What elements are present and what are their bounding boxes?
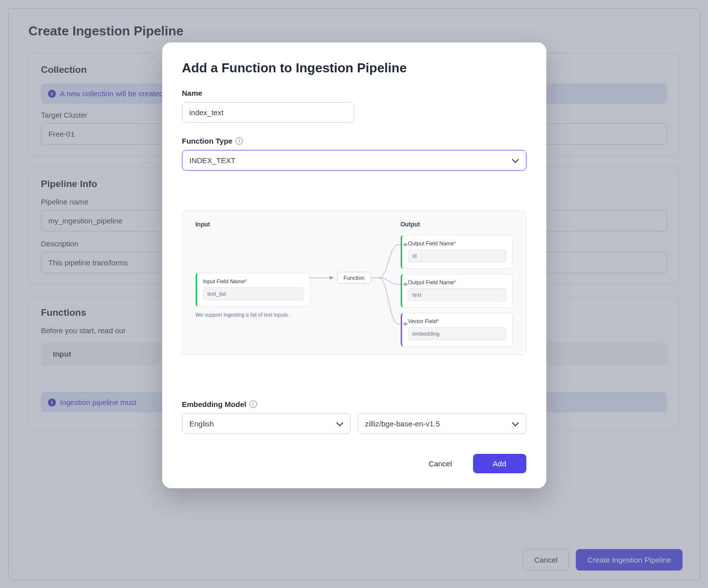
output-field-id[interactable]: id: [408, 249, 506, 262]
input-field-value[interactable]: text_list: [203, 287, 304, 300]
modal-cancel-button[interactable]: Cancel: [415, 454, 466, 473]
diagram-input-heading: Input: [196, 221, 310, 228]
input-field-card: Input Field Name* text_list: [196, 273, 310, 307]
vector-field-value[interactable]: embedding: [408, 327, 506, 340]
vector-field-card: Vector Field* embedding: [401, 313, 513, 347]
chevron-down-icon: [512, 420, 519, 427]
output-field-text-card: Output Field Name* text: [401, 274, 513, 308]
function-name-label: Name: [182, 89, 526, 97]
chevron-down-icon: [512, 157, 519, 164]
diagram-output-column: Output Output Field Name* id Output Fiel…: [401, 221, 513, 343]
embedding-language-select[interactable]: English: [182, 413, 351, 434]
modal-overlay: Add a Function to Ingestion Pipeline Nam…: [0, 0, 708, 588]
output-field-id-card: Output Field Name* id: [401, 235, 513, 269]
input-field-label: Input Field Name*: [203, 278, 304, 284]
function-name-input[interactable]: [182, 102, 354, 123]
function-type-value: INDEX_TEXT: [190, 156, 236, 165]
embedding-model-label: Embedding Model i: [182, 400, 526, 408]
info-icon[interactable]: i: [249, 400, 257, 408]
chevron-down-icon: [336, 420, 343, 427]
function-type-select[interactable]: INDEX_TEXT: [182, 150, 526, 171]
add-function-modal: Add a Function to Ingestion Pipeline Nam…: [162, 42, 546, 488]
function-node: Function: [337, 272, 371, 284]
function-diagram: Input Input Field Name* text_list We sup…: [182, 210, 526, 355]
info-icon[interactable]: i: [236, 137, 243, 145]
diagram-output-heading: Output: [401, 221, 513, 228]
output-field-text[interactable]: text: [408, 288, 506, 301]
modal-actions: Cancel Add: [182, 454, 526, 473]
modal-title: Add a Function to Ingestion Pipeline: [182, 60, 526, 76]
diagram-input-column: Input Input Field Name* text_list We sup…: [196, 221, 310, 343]
embedding-model-select[interactable]: zilliz/bge-base-en-v1.5: [358, 413, 526, 434]
function-type-label: Function Type i: [182, 137, 526, 145]
modal-add-button[interactable]: Add: [473, 454, 526, 473]
diagram-helper-text: We support ingesting a list of text inpu…: [196, 312, 310, 318]
